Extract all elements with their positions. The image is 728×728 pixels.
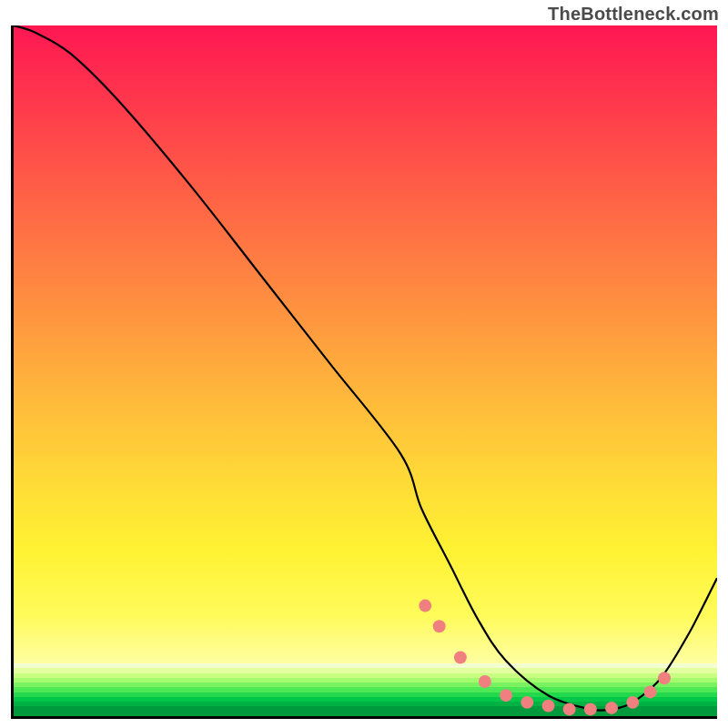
marker-dot: [433, 620, 446, 632]
marker-dot: [605, 702, 618, 714]
marker-dot: [658, 672, 671, 684]
chart-canvas: TheBottleneck.com: [0, 0, 728, 728]
marker-dot: [479, 675, 491, 688]
marker-dot: [563, 703, 576, 715]
marker-dot: [542, 700, 555, 713]
marker-dots-group: [419, 600, 671, 716]
curve-svg: [14, 25, 717, 716]
marker-dot: [644, 685, 657, 698]
marker-dot: [626, 696, 639, 709]
marker-dot: [521, 696, 533, 709]
watermark-text: TheBottleneck.com: [548, 4, 719, 25]
marker-dot: [500, 689, 512, 702]
marker-dot: [419, 600, 431, 612]
marker-dot: [454, 651, 467, 663]
plot-area: [11, 25, 717, 719]
bottleneck-curve-path: [14, 25, 717, 711]
marker-dot: [584, 703, 597, 715]
